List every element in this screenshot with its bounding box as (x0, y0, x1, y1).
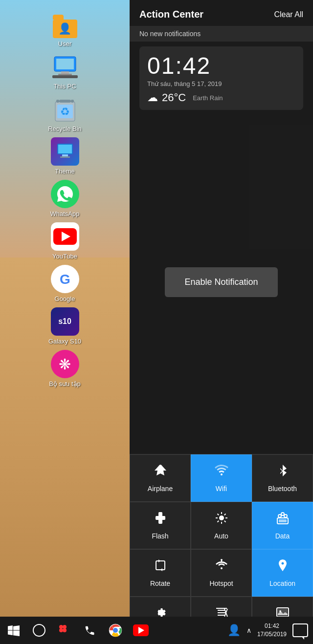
weather-row: ☁ 26°C Earth Rain (147, 91, 295, 104)
action-center-header: Action Center Clear All (130, 0, 313, 26)
toggle-airplane[interactable]: Airplane (130, 454, 191, 502)
temperature-display: 26°C (162, 91, 186, 104)
widget-area: 01:42 Thứ sáu, tháng 5 17, 2019 ☁ 26°C E… (130, 46, 313, 110)
clock-widget: 01:42 Thứ sáu, tháng 5 17, 2019 ☁ 26°C E… (139, 46, 303, 110)
taskbar-time-display: 01:42 (257, 622, 287, 630)
thispc-label: This PC (53, 83, 76, 90)
enable-notification-button[interactable]: Enable Notification (165, 267, 277, 297)
weather-description: Earth Rain (193, 94, 223, 102)
svg-line-27 (224, 514, 225, 515)
airplane-icon (154, 464, 167, 481)
desktop-icon-recycle[interactable]: ♻ Recycle Bin (41, 95, 89, 132)
youtube-icon (51, 222, 79, 251)
wifi-icon (215, 464, 228, 481)
youtube-taskbar-icon (133, 624, 149, 636)
svg-rect-12 (58, 145, 72, 153)
desktop-icon-google[interactable]: G Google (41, 265, 89, 302)
clear-all-button[interactable]: Clear All (274, 10, 303, 19)
google-icon: G (51, 265, 79, 293)
svg-line-25 (217, 514, 219, 515)
svg-rect-10 (71, 100, 74, 103)
svg-point-36 (221, 559, 223, 561)
svg-line-28 (217, 521, 219, 522)
svg-point-32 (281, 513, 284, 515)
user-taskbar-icon[interactable]: 👤 (227, 624, 241, 637)
flash-label: Flash (152, 532, 168, 540)
data-icon (276, 511, 290, 528)
weather-cloud-icon: ☁ (147, 91, 158, 104)
desktop-icon-thispc[interactable]: This PC (41, 52, 89, 90)
toggle-bluetooth[interactable]: Bluetooth (252, 454, 313, 502)
google-label: Google (55, 295, 75, 302)
auto-brightness-icon (215, 511, 228, 528)
collection-label: Bộ sưu tập (49, 380, 80, 387)
no-notifications-text: No new notifications (139, 30, 201, 38)
taskbar: 👤 ∧ 01:42 17/05/2019 (0, 617, 313, 644)
svg-point-41 (279, 610, 281, 612)
toggle-hotspot[interactable]: Hotspot (191, 549, 252, 597)
desktop-icon-youtube[interactable]: YouTube (41, 222, 89, 260)
svg-rect-1 (56, 59, 74, 69)
quick-toggles-grid: Airplane Wifi Bluetooth (130, 454, 313, 644)
action-center-panel: Action Center Clear All No new notificat… (130, 0, 313, 644)
svg-text:♻: ♻ (60, 106, 70, 118)
rotate-label: Rotate (150, 580, 170, 587)
toggle-wifi[interactable]: Wifi (191, 454, 252, 502)
clock-date: Thứ sáu, tháng 5 17, 2019 (147, 80, 295, 87)
hotspot-icon (215, 558, 228, 576)
toggle-data[interactable]: Data (252, 502, 313, 549)
task-view-button[interactable] (56, 622, 73, 639)
desktop-icons: 👤 User This PC (0, 10, 130, 387)
svg-rect-19 (156, 516, 165, 520)
airplane-label: Airplane (148, 485, 173, 493)
svg-point-20 (219, 515, 224, 520)
hotspot-label: Hotspot (209, 580, 233, 587)
toggle-location[interactable]: Location (252, 549, 313, 597)
recycle-bin-icon: ♻ (52, 95, 78, 123)
toggle-auto[interactable]: Auto (191, 502, 252, 549)
collection-icon: ❋ (51, 350, 79, 378)
chevron-up-icon[interactable]: ∧ (246, 626, 251, 634)
galaxys10-icon: s10 (51, 307, 79, 336)
clock-time: 01:42 (147, 52, 295, 79)
browser-button[interactable] (107, 622, 124, 639)
svg-point-43 (59, 625, 63, 629)
taskbar-left-icons (5, 622, 150, 639)
svg-point-42 (33, 624, 45, 636)
search-button[interactable] (30, 622, 48, 639)
svg-point-33 (284, 515, 287, 517)
svg-rect-30 (279, 519, 287, 522)
galaxys10-label: Galaxy S10 (48, 338, 81, 345)
youtube-label: YouTube (52, 253, 77, 260)
toggle-rotate[interactable]: Rotate (130, 549, 191, 597)
svg-rect-34 (156, 561, 165, 570)
flash-icon (154, 511, 167, 528)
toggle-flash[interactable]: Flash (130, 502, 191, 549)
theme-label: Theme (55, 168, 74, 175)
taskbar-clock: 01:42 17/05/2019 (257, 622, 287, 639)
svg-rect-9 (56, 100, 59, 103)
svg-point-44 (63, 625, 67, 629)
taskbar-date-display: 17/05/2019 (257, 630, 287, 639)
location-icon (276, 558, 290, 576)
location-label: Location (269, 580, 295, 587)
desktop-icon-whatsapp[interactable]: WhatsApp (41, 180, 89, 217)
youtube-taskbar-button[interactable] (132, 622, 150, 639)
svg-point-48 (113, 628, 118, 633)
data-label: Data (275, 532, 290, 540)
desktop-icon-theme[interactable]: Theme (41, 137, 89, 175)
pc-icon (52, 54, 78, 79)
svg-rect-3 (58, 74, 72, 75)
desktop-icon-collection[interactable]: ❋ Bộ sưu tập (41, 350, 89, 387)
theme-icon (51, 137, 79, 166)
auto-label: Auto (214, 532, 228, 540)
desktop-icon-galaxys10[interactable]: s10 Galaxy S10 (41, 307, 89, 345)
desktop-icon-user[interactable]: 👤 User (41, 10, 89, 47)
action-center-taskbar-icon[interactable] (292, 623, 308, 637)
rotate-icon (154, 558, 167, 576)
svg-line-26 (224, 521, 225, 522)
desktop: 👤 User This PC (0, 0, 130, 644)
phone-button[interactable] (81, 622, 99, 639)
whatsapp-label: WhatsApp (50, 210, 80, 217)
windows-start-button[interactable] (5, 622, 22, 639)
